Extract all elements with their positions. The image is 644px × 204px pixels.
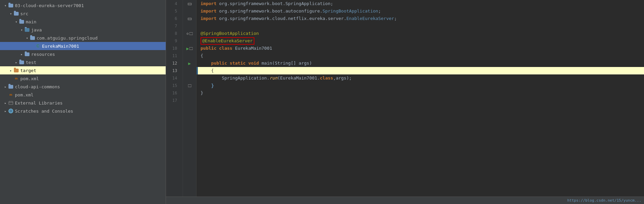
gutter-cell-6 — [183, 15, 196, 22]
kw-public: public — [201, 45, 216, 52]
sidebar-item-cloud-api[interactable]: cloud-api-commons — [0, 83, 166, 91]
code-area[interactable]: 4 5 6 7 8 9 10 11 12 13 14 15 16 17 — [166, 0, 644, 197]
plain: org.springframework.cloud.netflix.eureka… — [216, 15, 347, 22]
class-ref: SpringBootApplication — [323, 7, 378, 15]
folder-icon — [8, 3, 14, 8]
kw-void: void — [248, 60, 259, 67]
plain — [246, 60, 248, 67]
sidebar-item-pom1[interactable]: m pom.xml — [0, 74, 166, 83]
plain: main(String[] args) — [259, 60, 312, 67]
line-num-11: 11 — [166, 52, 180, 60]
close-brace-blue: } — [211, 82, 214, 89]
plain: ; — [378, 7, 381, 15]
sidebar-item-test[interactable]: test — [0, 58, 166, 66]
sidebar-item-scratches[interactable]: Scratches and Consoles — [0, 107, 166, 115]
annotation-eureka: @EnableEurekaServer — [202, 38, 253, 43]
line-num-15: 15 — [166, 82, 180, 89]
sidebar-item-main[interactable]: main — [0, 18, 166, 26]
sidebar-item-label: pom.xml — [20, 76, 39, 81]
code-content[interactable]: import org.springframework.boot.SpringAp… — [198, 0, 644, 197]
gutter-cell-5 — [183, 7, 196, 15]
gutter-cell-15 — [183, 82, 196, 89]
sidebar-item-label: resources — [31, 52, 55, 57]
kw-public: public — [211, 60, 227, 67]
code-line-4: import org.springframework.boot.SpringAp… — [198, 0, 644, 7]
sidebar-item-resources[interactable]: resources — [0, 50, 166, 58]
code-line-6: import org.springframework.cloud.netflix… — [198, 15, 644, 22]
sidebar-item-label: com.atguigu.springcloud — [37, 36, 98, 41]
code-line-10: public class EurekaMain7001 — [198, 45, 644, 52]
line-num-17: 17 — [166, 97, 180, 104]
line-num-6: 6 — [166, 15, 180, 22]
code-editor: 4 5 6 7 8 9 10 11 12 13 14 15 16 17 — [166, 0, 644, 204]
svg-rect-8 — [189, 32, 193, 35]
code-line-15: } — [198, 82, 644, 89]
code-line-5: import org.springframework.boot.autoconf… — [198, 7, 644, 15]
arrow-icon — [3, 100, 8, 106]
sidebar: 03-cloud-eureka-server7001 src main java… — [0, 0, 166, 204]
java-file-icon: C — [35, 43, 41, 49]
code-line-11: { — [198, 52, 644, 60]
code-line-12: public static void main(String[] args) — [198, 60, 644, 67]
plain: org.springframework.boot.autoconfigure. — [216, 7, 323, 15]
gutter-cell-16 — [183, 89, 196, 97]
gutter-cell-4 — [183, 0, 196, 7]
line-num-13: 13 — [166, 67, 180, 74]
sidebar-item-label: test — [26, 60, 36, 65]
gutter-cell-10[interactable]: ▶ — [183, 45, 196, 52]
kw-import: import — [201, 15, 216, 22]
sidebar-item-label: External Libraries — [15, 100, 63, 106]
code-line-7 — [198, 22, 644, 30]
arrow-icon — [8, 68, 14, 73]
code-line-17 — [198, 97, 644, 104]
sidebar-item-src[interactable]: src — [0, 9, 166, 18]
folder-icon — [14, 11, 19, 16]
folder-icon — [19, 60, 24, 65]
code-line-14: SpringApplication.run(EurekaMain7001.cla… — [198, 74, 644, 82]
line-num-4: 4 — [166, 0, 180, 7]
sidebar-item-java[interactable]: java — [0, 26, 166, 34]
gutter-cell-8[interactable]: ⚙ — [183, 30, 196, 37]
svg-rect-9 — [189, 47, 193, 50]
file-tree: 03-cloud-eureka-server7001 src main java… — [0, 0, 166, 204]
gutter-cell-14 — [183, 74, 196, 82]
sidebar-item-target[interactable]: target — [0, 66, 166, 74]
sidebar-item-label: src — [20, 11, 28, 16]
plain: (EurekaMain7001. — [277, 74, 320, 82]
line-num-10: 10 — [166, 45, 180, 52]
arrow-icon — [19, 27, 24, 32]
kw-import: import — [201, 0, 216, 7]
line-num-9: 9 — [166, 37, 180, 45]
annotation-spring: @SpringBootApplication — [201, 30, 259, 37]
arrow-icon — [3, 108, 8, 114]
line-num-12: 12 — [166, 60, 180, 67]
sidebar-item-label: target — [20, 68, 36, 73]
sidebar-item-package[interactable]: com.atguigu.springcloud — [0, 34, 166, 42]
svg-rect-0 — [9, 101, 13, 105]
gutter-cell-12[interactable]: ▶ — [183, 60, 196, 67]
xml-icon: m — [14, 76, 19, 81]
gutter-cell-13 — [183, 67, 196, 74]
close-brace: } — [201, 89, 203, 97]
sidebar-item-label: pom.xml — [15, 92, 34, 97]
folder-orange-icon — [14, 68, 19, 73]
sidebar-item-pom2[interactable]: m pom.xml — [0, 91, 166, 99]
kw-class: class — [219, 45, 232, 52]
sidebar-item-label: main — [26, 19, 36, 24]
status-bar: https://blog.csdn.net/15/yuncm... — [166, 197, 644, 204]
sidebar-item-ext-libs[interactable]: External Libraries — [0, 99, 166, 107]
code-line-13: { — [198, 67, 644, 74]
sidebar-item-label: EurekaMain7001 — [42, 44, 79, 49]
sidebar-item-project-root[interactable]: 03-cloud-eureka-server7001 — [0, 1, 166, 9]
code-line-9: @EnableEurekaServer — [198, 37, 644, 45]
folder-icon — [24, 27, 30, 32]
sidebar-item-eurekamain[interactable]: C EurekaMain7001 — [0, 42, 166, 50]
arrow-icon — [19, 51, 24, 57]
line-num-5: 5 — [166, 7, 180, 15]
kw-class: class — [320, 74, 333, 82]
plain: EurekaMain7001 — [232, 45, 272, 52]
plain-indent — [201, 74, 222, 82]
arrow-icon — [24, 35, 30, 41]
folder-icon — [30, 35, 35, 41]
plain: org.springframework.boot.SpringApplicati… — [216, 0, 333, 7]
